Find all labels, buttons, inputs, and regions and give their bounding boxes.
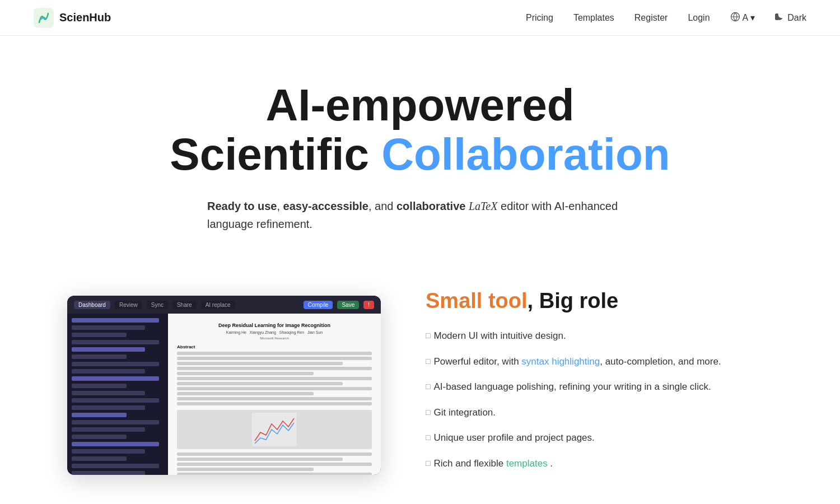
feature-bullet-1: □ — [426, 330, 430, 342]
toolbar-tab-dashboard: Dashboard — [74, 301, 110, 309]
hero-subtitle-bold3: collaborative — [396, 200, 465, 212]
paper-preview-affil: Microsoft Research — [260, 337, 289, 340]
nav-dark-mode[interactable]: Dark — [775, 12, 806, 24]
feature-text-3: AI-based language polishing, refining yo… — [433, 380, 711, 394]
moon-icon — [775, 12, 784, 24]
features-content: Small tool, Big role □ Modern UI with in… — [426, 289, 773, 482]
paper-text-line — [177, 392, 314, 395]
code-line — [72, 354, 127, 359]
paper-text-line — [177, 372, 314, 375]
code-line — [72, 347, 145, 352]
svg-rect-3 — [252, 413, 297, 446]
paper-text-line — [177, 473, 372, 475]
paper-abstract-title: Abstract — [177, 344, 372, 349]
hero-subtitle-bold2: easy-accessible — [283, 200, 368, 212]
screenshot-toolbar: Dashboard Review Sync Share AI replace C… — [67, 296, 381, 314]
toolbar-btn-save: Save — [337, 301, 359, 309]
language-label: A — [743, 13, 749, 23]
toolbar-btn-error: ! — [363, 301, 374, 309]
hero-title-scientific: Scientific — [170, 129, 381, 179]
hero-subtitle-sep2: , and — [368, 200, 396, 212]
feature-bullet-4: □ — [426, 407, 430, 418]
brand-logo-link[interactable]: ScienHub — [34, 8, 111, 28]
toolbar-tab-share: Share — [172, 301, 197, 309]
code-line — [72, 413, 127, 417]
feature-text-4: Git integration. — [433, 405, 496, 420]
toolbar-tab-review: Review — [115, 301, 142, 309]
paper-text-line — [177, 362, 343, 365]
editor-body: Deep Residual Learning for Image Recogni… — [67, 314, 381, 475]
paper-text-line — [177, 387, 372, 390]
code-line — [72, 456, 127, 461]
editor-screenshot: Dashboard Review Sync Share AI replace C… — [67, 296, 381, 475]
paper-text-line — [177, 397, 372, 400]
paper-text-line — [177, 357, 372, 360]
code-line — [72, 340, 159, 344]
brand-name: ScienHub — [59, 11, 111, 24]
paper-preview-title: Deep Residual Learning for Image Recogni… — [218, 323, 330, 328]
screenshot-image: Dashboard Review Sync Share AI replace C… — [67, 296, 381, 475]
nav-pricing[interactable]: Pricing — [526, 13, 553, 23]
feature-item-3: □ AI-based language polishing, refining … — [426, 380, 773, 394]
paper-text-line — [177, 377, 372, 380]
paper-text-line — [177, 367, 372, 370]
paper-text-line — [177, 452, 372, 456]
nav-register[interactable]: Register — [634, 13, 668, 23]
hero-title-collaboration: Collaboration — [381, 129, 670, 179]
navbar-nav: Pricing Templates Register Login A ▾ — [526, 12, 806, 24]
code-line — [72, 405, 145, 410]
toolbar-tab-ai: AI replace — [201, 301, 235, 309]
feature-item-5: □ Unique user profile and project pages. — [426, 431, 773, 445]
hero-subtitle: Ready to use, easy-accessible, and colla… — [207, 197, 633, 233]
code-line — [72, 464, 159, 468]
editor-code-panel — [67, 314, 168, 475]
feature-text-2: Powerful editor, with syntax highlightin… — [433, 354, 721, 369]
code-line — [72, 384, 127, 388]
hero-subtitle-sep1: , — [277, 200, 283, 212]
feature-item-4: □ Git integration. — [426, 405, 773, 420]
feature-bullet-5: □ — [426, 432, 430, 444]
hero-title-line2: Scientific Collaboration — [34, 130, 806, 179]
code-line — [72, 333, 127, 337]
nav-login[interactable]: Login — [688, 13, 710, 23]
code-line — [72, 376, 159, 381]
feature-text-1: Modern UI with intuitive design. — [433, 329, 566, 343]
paper-preview-authors: Kaiming He Xiangyu Zhang Shaoqing Ren Ji… — [226, 330, 323, 334]
syntax-highlighting-link[interactable]: syntax highlighting — [521, 356, 600, 367]
toolbar-tab-sync: Sync — [147, 301, 168, 309]
code-line — [72, 325, 145, 330]
nav-templates[interactable]: Templates — [573, 13, 614, 23]
feature-item-1: □ Modern UI with intuitive design. — [426, 329, 773, 343]
code-line — [72, 449, 145, 454]
hero-subtitle-latex: LaTeX — [469, 200, 498, 212]
feature-text-5: Unique user profile and project pages. — [433, 431, 594, 445]
feature-bullet-2: □ — [426, 356, 430, 367]
code-line — [72, 435, 127, 439]
code-line — [72, 471, 145, 475]
paper-text-line — [177, 463, 372, 466]
code-line — [72, 362, 159, 366]
feature-text-6: Rich and flexible templates . — [433, 456, 553, 471]
templates-link[interactable]: templates — [506, 458, 548, 469]
chart-placeholder — [252, 413, 297, 446]
hero-section: AI-empowered Scientific Collaboration Re… — [0, 36, 840, 267]
navbar: ScienHub Pricing Templates Register Logi… — [0, 0, 840, 36]
feature-item-6: □ Rich and flexible templates . — [426, 456, 773, 471]
feature-bullet-6: □ — [426, 458, 430, 469]
paper-text-line — [177, 382, 343, 385]
code-line — [72, 318, 159, 323]
nav-language[interactable]: A ▾ — [730, 12, 755, 24]
hero-title-line1: AI-empowered — [34, 81, 806, 130]
code-line — [72, 398, 159, 403]
hero-subtitle-bold1: Ready to use — [207, 200, 277, 212]
language-icon — [730, 12, 740, 24]
features-section: Dashboard Review Sync Share AI replace C… — [0, 267, 840, 504]
code-line — [72, 427, 145, 432]
code-line — [72, 369, 145, 374]
dark-mode-label: Dark — [787, 13, 806, 23]
editor-preview-panel: Deep Residual Learning for Image Recogni… — [168, 314, 381, 475]
paper-text-line — [177, 352, 372, 355]
logo-icon — [34, 8, 54, 28]
code-line — [72, 391, 145, 395]
code-line — [72, 442, 159, 446]
